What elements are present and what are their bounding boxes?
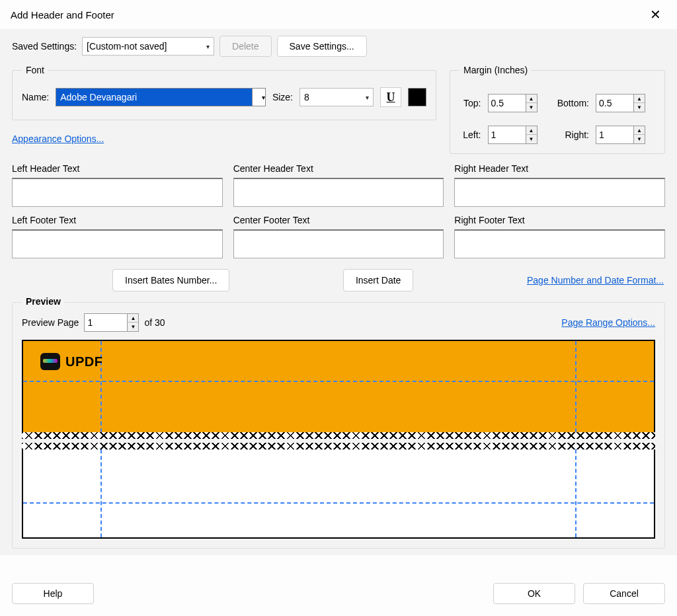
preview-header-page: UPDF (22, 340, 655, 432)
preview-footer-page (22, 449, 655, 539)
chevron-up-icon[interactable]: ▲ (634, 95, 645, 103)
font-legend: Font (22, 65, 48, 75)
chevron-down-icon: ▾ (262, 94, 265, 101)
updf-logo-text: UPDF (65, 354, 102, 369)
font-size-value: 8 (304, 92, 309, 102)
center-header-label: Center Header Text (233, 163, 444, 174)
left-footer-input[interactable] (12, 229, 223, 258)
center-footer-input[interactable] (233, 229, 444, 258)
right-header-input[interactable] (454, 178, 665, 207)
chevron-up-icon[interactable]: ▲ (128, 314, 138, 323)
margin-left-stepper[interactable]: ▲▼ (488, 126, 547, 144)
preview-page-stepper[interactable]: ▲▼ (84, 313, 139, 332)
updf-icon (40, 353, 60, 370)
font-name-label: Name: (22, 92, 49, 102)
preview-page-input[interactable] (84, 313, 128, 332)
margin-top-label: Top: (459, 98, 481, 108)
cancel-button[interactable]: Cancel (583, 583, 665, 604)
preview-page-total: of 30 (144, 317, 165, 328)
underline-button[interactable]: U (380, 87, 401, 107)
underline-icon: U (387, 91, 395, 104)
chevron-up-icon[interactable]: ▲ (526, 95, 537, 103)
chevron-down-icon: ▾ (366, 94, 369, 101)
margin-bottom-input[interactable] (596, 94, 634, 112)
font-size-select[interactable]: 8 ▾ (299, 88, 374, 106)
chevron-down-icon[interactable]: ▼ (526, 103, 537, 112)
left-header-label: Left Header Text (12, 163, 223, 174)
guide-line (575, 341, 577, 432)
page-range-options-link[interactable]: Page Range Options... (561, 317, 655, 328)
chevron-down-icon[interactable]: ▼ (634, 135, 645, 143)
saved-settings-label: Saved Settings: (12, 41, 77, 52)
guide-line (100, 449, 102, 537)
appearance-options-link[interactable]: Appearance Options... (12, 134, 104, 144)
left-footer-label: Left Footer Text (12, 215, 223, 225)
chevron-down-icon[interactable]: ▼ (526, 135, 537, 143)
center-header-input[interactable] (233, 178, 444, 207)
close-icon[interactable]: ✕ (645, 5, 666, 24)
chevron-down-icon[interactable]: ▼ (128, 323, 138, 331)
margin-bottom-stepper[interactable]: ▲▼ (596, 94, 655, 112)
chevron-down-icon: ▾ (206, 43, 210, 50)
save-settings-button[interactable]: Save Settings... (277, 36, 367, 57)
page-number-format-link[interactable]: Page Number and Date Format... (527, 275, 664, 286)
help-button[interactable]: Help (12, 583, 94, 604)
delete-button[interactable]: Delete (219, 36, 271, 57)
margin-bottom-label: Bottom: (554, 98, 590, 108)
saved-settings-value: [Custom-not saved] (87, 41, 167, 52)
left-header-input[interactable] (12, 178, 223, 207)
saved-settings-select[interactable]: [Custom-not saved] ▾ (82, 37, 214, 56)
margin-legend: Margin (Inches) (459, 65, 532, 75)
preview-page-label: Preview Page (22, 317, 79, 328)
margin-right-stepper[interactable]: ▲▼ (596, 126, 655, 144)
page-tear (22, 432, 655, 439)
margin-left-input[interactable] (488, 126, 526, 144)
insert-date-button[interactable]: Insert Date (343, 269, 413, 291)
insert-bates-button[interactable]: Insert Bates Number... (112, 269, 229, 291)
font-color-button[interactable] (408, 88, 426, 106)
chevron-down-icon[interactable]: ▼ (634, 103, 645, 112)
chevron-up-icon[interactable]: ▲ (634, 126, 645, 135)
guide-line (23, 381, 654, 382)
margin-right-input[interactable] (596, 126, 634, 144)
chevron-up-icon[interactable]: ▲ (526, 126, 537, 135)
updf-logo: UPDF (40, 353, 102, 370)
preview-legend: Preview (22, 296, 65, 307)
page-tear (22, 443, 655, 449)
font-size-label: Size: (272, 92, 293, 102)
guide-line (23, 502, 654, 504)
margin-right-label: Right: (554, 130, 590, 140)
font-name-select[interactable]: Adobe Devanagari ▾ (56, 88, 266, 106)
center-footer-label: Center Footer Text (233, 215, 444, 225)
right-header-label: Right Header Text (454, 163, 665, 174)
font-name-value: Adobe Devanagari (60, 92, 137, 102)
guide-line (575, 449, 577, 537)
margin-top-input[interactable] (488, 94, 526, 112)
margin-left-label: Left: (459, 130, 481, 140)
ok-button[interactable]: OK (493, 583, 575, 604)
right-footer-input[interactable] (454, 229, 665, 258)
right-footer-label: Right Footer Text (454, 215, 665, 225)
margin-top-stepper[interactable]: ▲▼ (488, 94, 547, 112)
dialog-title: Add Header and Footer (11, 9, 114, 20)
